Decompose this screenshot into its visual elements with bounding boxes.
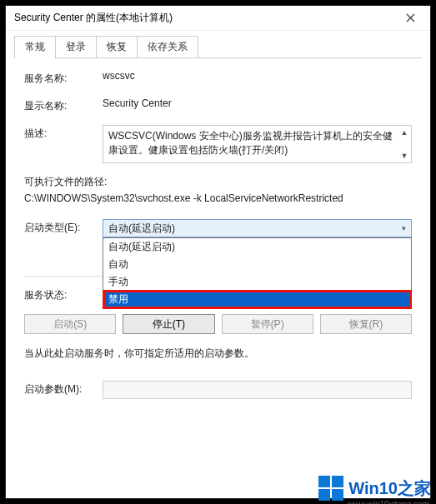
properties-dialog: Security Center 的属性(本地计算机) 常规 登录 恢复 依存关系…	[5, 5, 431, 499]
service-name-label: 服务名称:	[24, 70, 103, 86]
description-label: 描述:	[24, 125, 103, 141]
tab-general[interactable]: 常规	[14, 36, 56, 59]
start-params-label: 启动参数(M):	[24, 381, 103, 397]
watermark-url: www.win10xitong.com	[348, 500, 429, 504]
close-icon	[406, 13, 415, 22]
close-button[interactable]	[393, 7, 427, 30]
tab-content: 服务名称: wscsvc 显示名称: Security Center 描述: W…	[6, 58, 430, 498]
resume-button: 恢复(R)	[320, 314, 412, 334]
exe-path-value: C:\WINDOWS\System32\svchost.exe -k Local…	[24, 192, 412, 204]
start-params-row: 启动参数(M):	[24, 381, 412, 399]
start-params-input	[103, 381, 412, 399]
startup-type-select[interactable]: 自动(延迟启动) ▾	[103, 219, 412, 237]
startup-type-row: 启动类型(E): 自动(延迟启动) ▾ 自动(延迟启动) 自动 手动 禁用	[24, 219, 412, 237]
description-row: 描述: WSCSVC(Windows 安全中心)服务监视并报告计算机上的安全健康…	[24, 125, 412, 163]
chevron-down-icon: ▾	[402, 224, 406, 232]
titlebar: Security Center 的属性(本地计算机)	[6, 6, 430, 31]
start-button: 启动(S)	[24, 314, 116, 334]
option-manual[interactable]: 手动	[103, 273, 411, 291]
startup-type-label: 启动类型(E):	[24, 219, 103, 235]
service-name-value: wscsvc	[103, 70, 412, 82]
display-name-label: 显示名称:	[24, 97, 103, 113]
display-name-row: 显示名称: Security Center	[24, 97, 412, 113]
option-auto[interactable]: 自动	[103, 256, 411, 273]
service-buttons: 启动(S) 停止(T) 暂停(P) 恢复(R)	[24, 314, 412, 334]
window-title: Security Center 的属性(本地计算机)	[14, 11, 393, 25]
status-label: 服务状态:	[24, 287, 103, 302]
start-params-hint: 当从此处启动服务时，你可指定所适用的启动参数。	[24, 346, 412, 361]
startup-type-selected: 自动(延迟启动)	[108, 222, 175, 236]
stop-button[interactable]: 停止(T)	[123, 314, 214, 334]
tab-recovery[interactable]: 恢复	[96, 36, 138, 58]
service-name-row: 服务名称: wscsvc	[24, 70, 412, 86]
description-textbox[interactable]: WSCSVC(Windows 安全中心)服务监视并报告计算机上的安全健康设置。健…	[103, 125, 412, 163]
option-auto-delayed[interactable]: 自动(延迟启动)	[103, 238, 411, 256]
exe-path-label: 可执行文件的路径:	[24, 175, 412, 189]
scroll-down-icon[interactable]: ▼	[398, 149, 411, 162]
description-text: WSCSVC(Windows 安全中心)服务监视并报告计算机上的安全健康设置。健…	[108, 130, 393, 156]
tab-dependencies[interactable]: 依存关系	[137, 36, 198, 58]
option-disabled[interactable]: 禁用	[103, 291, 411, 308]
tab-strip: 常规 登录 恢复 依存关系	[6, 31, 430, 58]
display-name-value: Security Center	[103, 97, 412, 109]
tab-logon[interactable]: 登录	[55, 36, 97, 58]
exe-path-block: 可执行文件的路径: C:\WINDOWS\System32\svchost.ex…	[24, 175, 412, 204]
scroll-up-icon[interactable]: ▲	[398, 126, 411, 139]
startup-type-dropdown: 自动(延迟启动) 自动 手动 禁用	[103, 237, 412, 309]
pause-button: 暂停(P)	[222, 314, 313, 334]
